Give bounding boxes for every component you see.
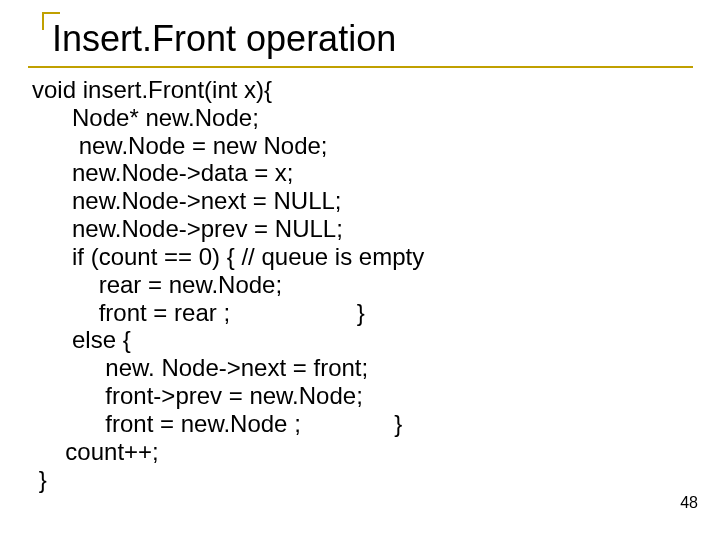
code-line: new.Node->next = NULL;	[32, 187, 342, 214]
title-block: Insert.Front operation	[42, 12, 692, 64]
code-line: new.Node->prev = NULL;	[32, 215, 343, 242]
code-line: rear = new.Node;	[32, 271, 282, 298]
corner-decoration	[42, 12, 60, 30]
code-line: void insert.Front(int x){	[32, 76, 272, 103]
code-line: if (count == 0) { // queue is empty	[32, 243, 424, 270]
code-line: count++;	[32, 438, 159, 465]
code-line: front = rear ; }	[32, 299, 365, 326]
slide-title: Insert.Front operation	[52, 18, 692, 60]
code-line: new.Node = new Node;	[32, 132, 328, 159]
code-line: front = new.Node ; }	[32, 410, 402, 437]
code-line: }	[32, 466, 47, 493]
code-line: else {	[32, 326, 131, 353]
slide: Insert.Front operation void insert.Front…	[0, 0, 720, 540]
code-line: Node* new.Node;	[32, 104, 259, 131]
title-underline	[28, 66, 693, 68]
code-line: front->prev = new.Node;	[32, 382, 363, 409]
code-line: new.Node->data = x;	[32, 159, 294, 186]
code-line: new. Node->next = front;	[32, 354, 368, 381]
page-number: 48	[680, 494, 698, 512]
code-block: void insert.Front(int x){ Node* new.Node…	[32, 76, 692, 493]
